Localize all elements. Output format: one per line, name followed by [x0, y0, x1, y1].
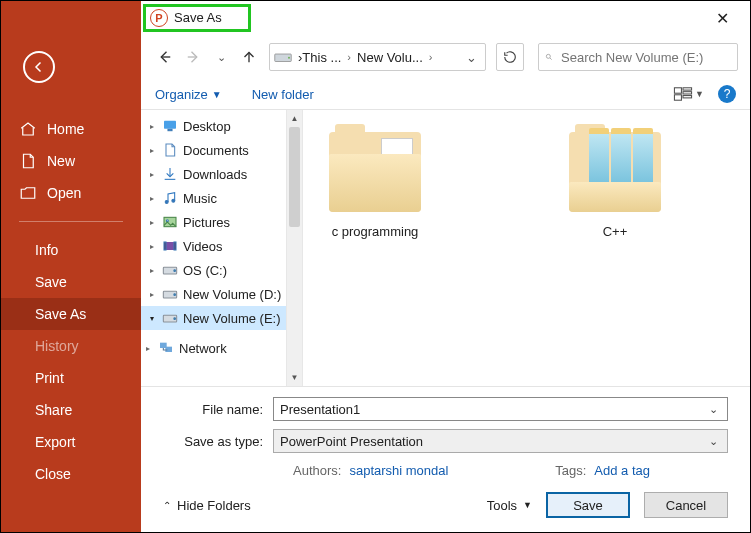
chevron-down-icon[interactable]: ⌄: [705, 403, 721, 416]
close-button[interactable]: ✕: [702, 4, 742, 34]
filename-label: File name:: [163, 402, 273, 417]
folder-icon: [569, 132, 661, 212]
svg-point-20: [174, 294, 176, 296]
tree-item-label: OS (C:): [183, 263, 227, 278]
help-button[interactable]: ?: [718, 85, 736, 103]
folder-icon: [329, 132, 421, 212]
view-mode-button[interactable]: ▼: [673, 87, 704, 101]
svg-rect-5: [683, 88, 692, 90]
tree-item-label: Desktop: [183, 119, 231, 134]
breadcrumb-segment[interactable]: New Volu...: [357, 50, 423, 65]
chevron-right-icon[interactable]: ▸: [147, 218, 157, 227]
sidebar-item-close[interactable]: Close: [1, 458, 141, 490]
cancel-button[interactable]: Cancel: [644, 492, 728, 518]
sidebar-item-history[interactable]: History: [1, 330, 141, 362]
chevron-right-icon[interactable]: ▸: [147, 290, 157, 299]
search-input[interactable]: [559, 49, 731, 66]
svg-rect-16: [174, 242, 176, 250]
chevron-right-icon[interactable]: ▸: [147, 146, 157, 155]
nav-forward-button[interactable]: [181, 45, 205, 69]
chevron-right-icon[interactable]: ▸: [143, 344, 153, 353]
tree-item-desktop[interactable]: ▸Desktop: [141, 114, 286, 138]
folder-item[interactable]: c programming: [315, 132, 435, 239]
breadcrumb-segment[interactable]: This ...: [302, 50, 341, 65]
search-box[interactable]: [538, 43, 738, 71]
tree-item-label: Downloads: [183, 167, 247, 182]
address-bar[interactable]: › This ... › New Volu... › ⌄: [269, 43, 486, 71]
sidebar-item-export[interactable]: Export: [1, 426, 141, 458]
svg-rect-9: [168, 129, 172, 130]
tree-item-label: Videos: [183, 239, 223, 254]
tree-item-pictures[interactable]: ▸Pictures: [141, 210, 286, 234]
save-as-type-select[interactable]: PowerPoint Presentation ⌄: [273, 429, 728, 453]
sidebar-item-new[interactable]: New: [1, 145, 141, 177]
scroll-down-button[interactable]: ▼: [287, 369, 302, 386]
music-icon: [161, 190, 179, 206]
chevron-down-icon[interactable]: ⌄: [705, 435, 721, 448]
chevron-right-icon[interactable]: ▸: [147, 170, 157, 179]
search-icon: [545, 50, 553, 64]
address-dropdown[interactable]: ⌄: [461, 50, 481, 65]
tree-item-label: New Volume (D:): [183, 287, 281, 302]
tree-item-new-volume-d-[interactable]: ▸New Volume (D:): [141, 282, 286, 306]
videos-icon: [161, 238, 179, 254]
svg-rect-4: [675, 95, 682, 100]
sidebar-item-print[interactable]: Print: [1, 362, 141, 394]
nav-back-button[interactable]: [153, 45, 177, 69]
powerpoint-logo-icon: [150, 9, 168, 27]
folder-label: C++: [555, 224, 675, 239]
tree-item-music[interactable]: ▸Music: [141, 186, 286, 210]
nav-row: ⌄ › This ... › New Volu... › ⌄: [141, 37, 750, 81]
sidebar-item-open[interactable]: Open: [1, 177, 141, 209]
chevron-down-icon[interactable]: ▾: [147, 314, 157, 323]
folder-label: c programming: [315, 224, 435, 239]
folder-item[interactable]: C++: [555, 132, 675, 239]
tree-item-videos[interactable]: ▸Videos: [141, 234, 286, 258]
tree-item-os-c-[interactable]: ▸OS (C:): [141, 258, 286, 282]
tags-value[interactable]: Add a tag: [594, 463, 650, 478]
sidebar-item-save[interactable]: Save: [1, 266, 141, 298]
filename-input[interactable]: Presentation1 ⌄: [273, 397, 728, 421]
tree-item-label: Network: [179, 341, 227, 356]
authors-value[interactable]: saptarshi mondal: [349, 463, 448, 478]
svg-point-2: [546, 54, 550, 58]
view-icon: [673, 87, 693, 101]
tree-item-label: Documents: [183, 143, 249, 158]
sidebar-item-home[interactable]: Home: [1, 113, 141, 145]
svg-rect-6: [683, 92, 692, 94]
nav-up-button[interactable]: [237, 45, 261, 69]
chevron-right-icon[interactable]: ▸: [147, 194, 157, 203]
chevron-right-icon[interactable]: ▸: [147, 266, 157, 275]
tree-item-network[interactable]: ▸Network: [141, 336, 286, 360]
refresh-button[interactable]: [496, 43, 524, 71]
file-pane[interactable]: c programmingC++: [303, 110, 750, 386]
tree-scrollbar[interactable]: ▲ ▼: [286, 110, 303, 386]
scroll-up-button[interactable]: ▲: [287, 110, 302, 127]
svg-rect-7: [683, 96, 692, 98]
dialog-title: Save As: [174, 10, 222, 25]
chevron-right-icon[interactable]: ▸: [147, 122, 157, 131]
nav-recent-dropdown[interactable]: ⌄: [209, 45, 233, 69]
chevron-down-icon: ▼: [523, 500, 532, 510]
tree-item-label: New Volume (E:): [183, 311, 281, 326]
sidebar-item-info[interactable]: Info: [1, 234, 141, 266]
sidebar-item-save-as[interactable]: Save As: [1, 298, 141, 330]
tree-item-new-volume-e-[interactable]: ▾New Volume (E:): [141, 306, 286, 330]
tree-item-documents[interactable]: ▸Documents: [141, 138, 286, 162]
svg-rect-24: [165, 347, 172, 352]
tools-button[interactable]: Tools ▼: [487, 498, 532, 513]
toolbar-row: Organize ▼ New folder ▼ ?: [141, 81, 750, 110]
scroll-thumb[interactable]: [289, 127, 300, 227]
chevron-up-icon: ⌃: [163, 500, 171, 511]
tree-item-downloads[interactable]: ▸Downloads: [141, 162, 286, 186]
downloads-icon: [161, 166, 179, 182]
new-folder-button[interactable]: New folder: [252, 87, 314, 102]
chevron-right-icon[interactable]: ▸: [147, 242, 157, 251]
sidebar-item-share[interactable]: Share: [1, 394, 141, 426]
organize-button[interactable]: Organize ▼: [155, 87, 222, 102]
svg-rect-15: [164, 242, 166, 250]
back-button[interactable]: [23, 51, 55, 83]
svg-rect-3: [675, 88, 682, 93]
save-button[interactable]: Save: [546, 492, 630, 518]
hide-folders-button[interactable]: ⌃ Hide Folders: [163, 498, 251, 513]
